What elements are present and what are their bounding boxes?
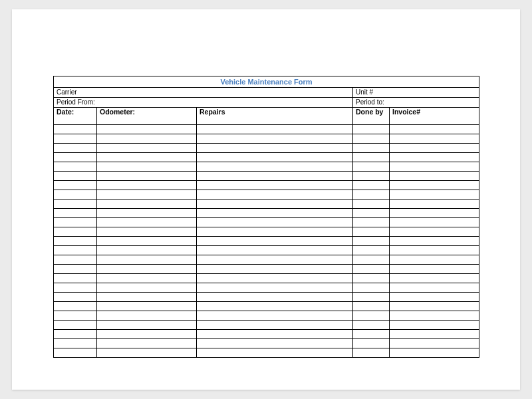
blank-cell xyxy=(197,162,353,172)
blank-cell xyxy=(353,144,390,153)
blank-cell xyxy=(390,227,479,237)
blank-cell xyxy=(197,302,353,311)
table-row xyxy=(54,237,479,246)
blank-cell xyxy=(97,246,197,255)
title-row: Vehicle Maintenance Form xyxy=(54,76,479,88)
col-date: Date: xyxy=(54,108,97,125)
blank-cell xyxy=(353,274,390,283)
blank-cell xyxy=(97,255,197,265)
blank-cell xyxy=(197,283,353,293)
blank-cell xyxy=(390,339,479,348)
table-row xyxy=(54,348,479,358)
table-row xyxy=(54,209,479,218)
blank-cell xyxy=(97,293,197,302)
blank-cell xyxy=(197,134,353,144)
blank-cell xyxy=(54,218,97,227)
blank-cell xyxy=(54,237,97,246)
maintenance-form: Vehicle Maintenance Form Carrier Unit # … xyxy=(53,76,479,358)
blank-cell xyxy=(97,283,197,293)
col-odometer: Odometer: xyxy=(97,108,197,125)
blank-cell xyxy=(197,218,353,227)
blank-cell xyxy=(353,348,390,358)
blank-cell xyxy=(353,227,390,237)
period-from-label: Period From: xyxy=(54,98,353,108)
blank-cell xyxy=(353,181,390,190)
table-row xyxy=(54,172,479,181)
blank-cell xyxy=(97,181,197,190)
table-row xyxy=(54,134,479,144)
period-to-label: Period to: xyxy=(353,98,479,108)
blank-cell xyxy=(353,255,390,265)
blank-cell xyxy=(390,218,479,227)
blank-cell xyxy=(97,200,197,209)
blank-cell xyxy=(353,330,390,339)
blank-cell xyxy=(390,237,479,246)
table-row xyxy=(54,125,479,134)
table-row xyxy=(54,255,479,265)
blank-cell xyxy=(54,265,97,274)
data-rows xyxy=(54,125,479,358)
blank-cell xyxy=(197,348,353,358)
table-row xyxy=(54,274,479,283)
blank-cell xyxy=(353,283,390,293)
blank-cell xyxy=(353,339,390,348)
blank-cell xyxy=(390,302,479,311)
blank-cell xyxy=(54,181,97,190)
blank-cell xyxy=(54,283,97,293)
blank-cell xyxy=(390,321,479,330)
blank-cell xyxy=(97,209,197,218)
blank-cell xyxy=(197,209,353,218)
blank-cell xyxy=(390,162,479,172)
blank-cell xyxy=(353,302,390,311)
period-row: Period From: Period to: xyxy=(54,98,479,108)
blank-cell xyxy=(197,293,353,302)
blank-cell xyxy=(54,162,97,172)
blank-cell xyxy=(54,190,97,200)
table-row xyxy=(54,302,479,311)
blank-cell xyxy=(353,162,390,172)
blank-cell xyxy=(353,200,390,209)
blank-cell xyxy=(54,321,97,330)
table-row xyxy=(54,321,479,330)
blank-cell xyxy=(197,153,353,162)
blank-cell xyxy=(54,227,97,237)
blank-cell xyxy=(353,311,390,321)
blank-cell xyxy=(54,302,97,311)
carrier-unit-row: Carrier Unit # xyxy=(54,88,479,98)
blank-cell xyxy=(54,172,97,181)
form-table: Vehicle Maintenance Form Carrier Unit # … xyxy=(53,76,479,358)
blank-cell xyxy=(390,144,479,153)
blank-cell xyxy=(197,330,353,339)
blank-cell xyxy=(390,181,479,190)
blank-cell xyxy=(390,134,479,144)
blank-cell xyxy=(54,125,97,134)
blank-cell xyxy=(353,265,390,274)
blank-cell xyxy=(390,283,479,293)
col-invoice: Invoice# xyxy=(390,108,479,125)
blank-cell xyxy=(353,153,390,162)
blank-cell xyxy=(390,153,479,162)
blank-cell xyxy=(353,190,390,200)
table-row xyxy=(54,227,479,237)
blank-cell xyxy=(197,311,353,321)
table-row xyxy=(54,311,479,321)
blank-cell xyxy=(54,246,97,255)
blank-cell xyxy=(54,200,97,209)
table-row xyxy=(54,153,479,162)
col-repairs: Repairs xyxy=(197,108,353,125)
blank-cell xyxy=(390,255,479,265)
blank-cell xyxy=(97,339,197,348)
blank-cell xyxy=(353,237,390,246)
table-row xyxy=(54,293,479,302)
blank-cell xyxy=(54,153,97,162)
blank-cell xyxy=(197,237,353,246)
blank-cell xyxy=(353,246,390,255)
blank-cell xyxy=(97,348,197,358)
blank-cell xyxy=(197,181,353,190)
blank-cell xyxy=(97,321,197,330)
blank-cell xyxy=(353,321,390,330)
blank-cell xyxy=(97,265,197,274)
table-row xyxy=(54,181,479,190)
blank-cell xyxy=(97,134,197,144)
blank-cell xyxy=(97,153,197,162)
